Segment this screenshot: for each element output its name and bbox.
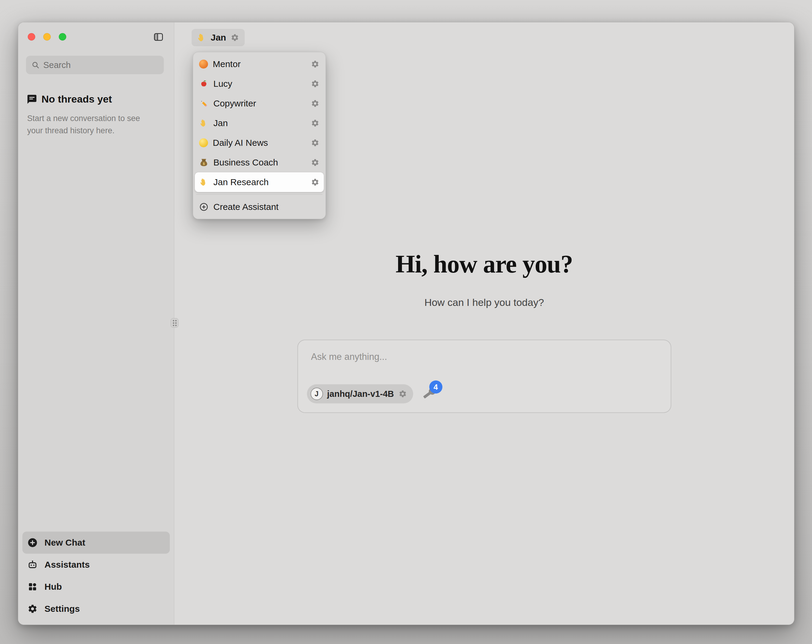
item-settings-gear-icon[interactable] [311,79,320,88]
sidebar-item-label: New Chat [44,537,85,548]
sidebar-item-assistants[interactable]: Assistants [22,554,170,576]
empty-state-title: No threads yet [41,93,112,105]
sidebar-item-label: Settings [44,604,80,614]
model-settings-gear-icon[interactable] [398,390,407,398]
item-settings-gear-icon[interactable] [311,158,320,167]
tools-count-badge: 4 [429,381,442,394]
item-settings-gear-icon[interactable] [311,178,320,187]
money-bag-icon: $ [199,158,209,167]
menu-item-daily-ai-news[interactable]: Daily AI News [195,133,324,153]
assistant-dropdown-menu: Mentor Lucy [193,52,326,219]
menu-item-jan[interactable]: Jan [195,113,324,133]
sidebar: No threads yet Start a new conversation … [18,22,174,625]
sidebar-item-settings[interactable]: Settings [22,598,170,620]
plus-circle-icon [27,537,38,548]
greeting-heading: Hi, how are you? [174,250,794,279]
search-field[interactable] [26,56,164,74]
menu-item-label: Create Assistant [214,202,320,212]
hub-grid-icon [27,582,38,592]
tools-button[interactable]: 4 [423,387,437,401]
menu-item-label: Copywriter [214,98,306,108]
waving-hand-icon [199,118,209,128]
menu-divider [196,194,323,195]
menu-item-label: Business Coach [214,157,306,167]
sidebar-item-label: Assistants [44,560,90,570]
sidebar-item-new-chat[interactable]: New Chat [22,531,170,554]
menu-item-create-assistant[interactable]: Create Assistant [195,197,324,217]
chat-input[interactable] [311,352,580,362]
assistant-selector-button[interactable]: Jan [192,29,245,46]
assistants-icon [27,559,38,570]
menu-item-lucy[interactable]: Lucy [195,74,324,94]
plus-circle-outline-icon [199,202,209,212]
zoom-button[interactable] [59,33,66,41]
chat-bubble-icon [27,94,37,105]
search-icon [31,61,40,69]
waving-hand-icon [197,33,206,42]
menu-item-label: Jan Research [214,177,306,187]
pencil-icon [199,99,209,108]
item-settings-gear-icon[interactable] [311,139,320,147]
settings-gear-icon [27,603,38,614]
model-name: janhq/Jan-v1-4B [327,389,394,399]
close-button[interactable] [28,33,35,41]
yellow-circle-icon [199,139,208,147]
chat-composer: J janhq/Jan-v1-4B 4 [297,340,671,413]
sidebar-item-label: Hub [44,582,62,592]
sidebar-resize-handle[interactable] [171,318,179,328]
red-apple-icon [199,79,209,88]
menu-item-jan-research[interactable]: Jan Research [195,172,324,192]
model-selector-button[interactable]: J janhq/Jan-v1-4B [307,384,413,403]
sidebar-toggle-button[interactable] [153,32,165,42]
menu-item-label: Jan [214,118,306,128]
waving-hand-icon [199,177,209,187]
menu-item-label: Daily AI News [213,138,306,148]
sidebar-nav: New Chat Assistants [22,531,170,620]
minimize-button[interactable] [43,33,51,41]
menu-item-mentor[interactable]: Mentor [195,54,324,74]
menu-item-business-coach[interactable]: $ Business Coach [195,153,324,172]
drag-dots-icon [173,320,177,326]
item-settings-gear-icon[interactable] [311,99,320,108]
svg-text:$: $ [203,162,205,166]
menu-item-copywriter[interactable]: Copywriter [195,94,324,113]
main-area: Jan Mentor [174,22,794,625]
search-input[interactable] [43,60,159,70]
menu-item-label: Mentor [213,59,306,69]
assistant-settings-gear-icon[interactable] [230,33,239,42]
current-assistant-name: Jan [211,32,226,43]
orange-circle-icon [199,59,208,69]
greeting-subtitle: How can I help you today? [174,297,794,308]
model-avatar: J [310,388,323,400]
item-settings-gear-icon[interactable] [311,59,320,69]
empty-state-description: Start a new conversation to see your thr… [27,113,156,137]
item-settings-gear-icon[interactable] [311,119,320,128]
sidebar-item-hub[interactable]: Hub [22,576,170,598]
app-window: No threads yet Start a new conversation … [18,22,794,625]
window-controls [28,33,66,41]
menu-item-label: Lucy [214,79,306,89]
